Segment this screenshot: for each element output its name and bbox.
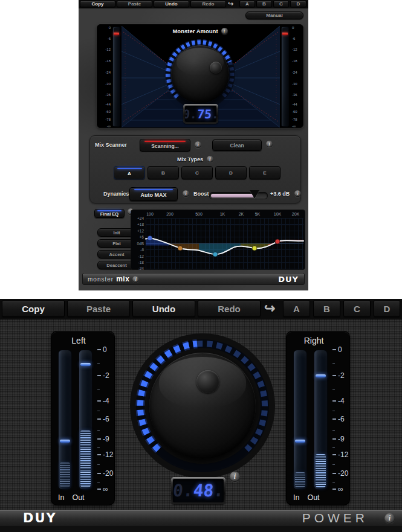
clean-button[interactable]: Clean	[212, 139, 262, 151]
blue-accent-bar	[117, 168, 142, 169]
slot-a-button[interactable]: A	[283, 300, 310, 317]
eq-freq-labels: 100 200 500 1K 2K 5K 10K 20K	[146, 212, 299, 216]
auto-max-button[interactable]: Auto MAX	[129, 187, 178, 201]
monster-mix-window: Copy Paste Undo Redo ↪ A B C D Manual	[79, 0, 308, 290]
eq-handle-low[interactable]	[148, 236, 152, 240]
scale-label: -6	[103, 415, 109, 423]
manual-button[interactable]: Manual	[245, 11, 303, 19]
display-screen: 0.75.	[185, 106, 216, 122]
info-icon[interactable]: i	[266, 141, 273, 147]
eq-handle-high[interactable]	[275, 239, 280, 244]
scale-label: ∞	[103, 485, 108, 493]
paste-button[interactable]: Paste	[67, 300, 130, 317]
undo-button[interactable]: Undo	[154, 1, 189, 7]
mix-type-e-label: E	[263, 170, 266, 176]
out-level-fill	[80, 431, 91, 488]
knob-face[interactable]	[171, 45, 229, 103]
boost-slider-thumb[interactable]	[250, 190, 259, 199]
monster-amount-knob[interactable]	[163, 37, 238, 112]
info-icon[interactable]: i	[183, 190, 189, 197]
right-meter-scale: 0 -2 -4 -6 -9 -12 -20 ∞	[332, 350, 349, 490]
scale-label: -12	[105, 48, 111, 52]
scale-label: -20	[103, 469, 113, 478]
mix-type-c-button[interactable]: C	[181, 166, 213, 179]
power-knob[interactable]	[129, 333, 276, 479]
undo-label: Undo	[152, 304, 175, 314]
copy-button[interactable]: Copy	[80, 1, 115, 7]
eq-curve-svg[interactable]: 100 200 500 1K 2K 5K 10K 20K +24 +18 +12…	[131, 210, 306, 271]
slot-d-button[interactable]: D	[290, 1, 306, 7]
scale-label: -6	[292, 37, 295, 41]
info-icon[interactable]: i	[221, 28, 228, 34]
scale-label: -36	[292, 93, 297, 97]
info-icon[interactable]: i	[207, 156, 213, 162]
info-icon[interactable]: i	[230, 472, 240, 482]
info-icon[interactable]: i	[294, 190, 301, 197]
eq-graph-panel[interactable]: 100 200 500 1K 2K 5K 10K 20K +24 +18 +12…	[131, 210, 305, 270]
undo-button[interactable]: Undo	[132, 300, 195, 317]
clean-label: Clean	[230, 143, 244, 149]
knob-position-dot	[210, 62, 222, 74]
scale-label: 0	[103, 345, 107, 354]
eq-accent-label: Accent	[109, 252, 124, 257]
in-peak-marker	[60, 440, 70, 443]
boost-value: +3.6 dB	[270, 191, 290, 197]
info-icon[interactable]: i	[384, 513, 395, 524]
final-eq-button[interactable]: Final EQ	[94, 209, 125, 218]
boost-slider[interactable]	[209, 192, 268, 199]
copy-button[interactable]: Copy	[2, 300, 65, 317]
mix-type-d-button[interactable]: D	[215, 166, 247, 179]
monster-amount-display[interactable]: 0.75.	[183, 104, 218, 124]
mix-type-a-button[interactable]: A	[114, 166, 145, 179]
history-arrow-icon[interactable]: ↪	[264, 301, 275, 316]
power-window: Copy Paste Undo Redo ↪ A B C D Left 0 -2	[0, 299, 402, 532]
brand-text: monster	[88, 276, 114, 283]
scale-label: -9	[338, 435, 345, 443]
redo-label: Redo	[218, 304, 241, 314]
right-level-meter	[281, 27, 289, 127]
mix-type-b-button[interactable]: B	[148, 166, 179, 179]
svg-text:-12: -12	[138, 254, 144, 258]
redo-button[interactable]: Redo	[198, 300, 261, 317]
right-in-meter	[293, 350, 307, 490]
mix-type-a-label: A	[128, 171, 131, 176]
in-label: In	[58, 493, 64, 502]
paste-label: Paste	[86, 304, 111, 314]
slot-a-label: A	[245, 1, 249, 7]
scale-label: -36	[105, 93, 111, 97]
slot-c-button[interactable]: C	[343, 300, 371, 317]
tick	[97, 464, 100, 465]
scanning-button[interactable]: Scanning...	[140, 139, 190, 152]
redo-button[interactable]: Redo	[190, 1, 226, 7]
eq-handle-lowmid[interactable]	[178, 246, 183, 251]
slot-c-label: C	[354, 304, 360, 314]
slot-d-button[interactable]: D	[374, 300, 400, 317]
power-amount-display[interactable]: 0.48.	[171, 477, 225, 504]
svg-text:+12: +12	[137, 229, 144, 233]
history-arrow-icon[interactable]: ↪	[228, 0, 233, 8]
left-meter-scale: 0 -6 -12 -18 -24 -30 -36 -44 -60 -78 -∞	[100, 27, 111, 127]
mix-type-e-button[interactable]: E	[249, 166, 280, 179]
knob-face[interactable]	[149, 353, 256, 459]
in-out-labels: In Out	[287, 493, 332, 502]
slot-a-button[interactable]: A	[239, 1, 255, 7]
lit-digits: 75	[196, 107, 212, 121]
eq-db-labels: +24 +18 +12 +6 0dB -6 -12 -18 -24	[137, 216, 144, 271]
eq-handle-mid[interactable]	[213, 252, 218, 257]
copy-label: Copy	[22, 304, 45, 314]
scale-label: -60	[292, 110, 297, 114]
svg-text:5K: 5K	[255, 212, 261, 216]
scale-label: -∞	[107, 124, 111, 129]
slot-b-button[interactable]: B	[313, 300, 340, 317]
left-meter-panel: Left 0 -2 -4 -6 -9 -12 -20 ∞	[51, 331, 115, 505]
scale-label: -18	[292, 59, 297, 63]
slot-c-button[interactable]: C	[273, 1, 289, 7]
controls-panel: Mix Scanner Scanning... i Clean i Mix Ty…	[89, 135, 301, 204]
slot-b-button[interactable]: B	[256, 1, 272, 7]
tick	[332, 447, 335, 448]
info-icon[interactable]: i	[132, 276, 139, 283]
info-icon[interactable]: i	[195, 141, 201, 148]
eq-handle-highmid[interactable]	[252, 246, 257, 251]
paste-button[interactable]: Paste	[117, 1, 152, 7]
scale-label: -4	[103, 397, 109, 405]
